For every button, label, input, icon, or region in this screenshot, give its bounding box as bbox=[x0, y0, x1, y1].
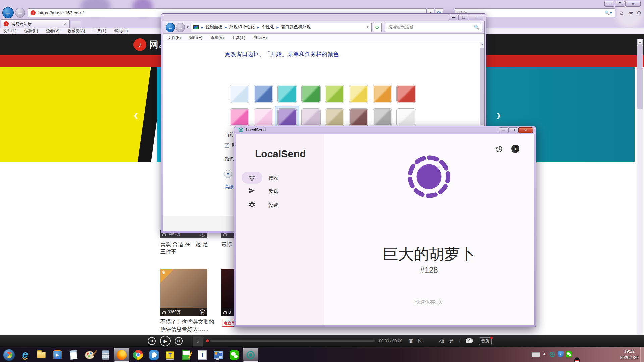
url-text[interactable]: https://music.163.com/ bbox=[38, 10, 84, 15]
taskbar-calculator-icon[interactable] bbox=[98, 348, 113, 362]
menu-tools[interactable]: 工具(T) bbox=[232, 35, 245, 41]
card1-title[interactable]: 喜欢 合适 在一起 是三件事 bbox=[160, 241, 210, 255]
transparency-checkbox[interactable]: ✓ bbox=[225, 143, 229, 148]
breadcrumb-window-color[interactable]: 窗口颜色和外观 bbox=[281, 24, 311, 30]
progress-handle[interactable] bbox=[205, 339, 210, 343]
maximize-button[interactable]: ❐ bbox=[508, 127, 518, 133]
minimize-button[interactable]: — bbox=[449, 15, 459, 20]
back-button[interactable]: ← bbox=[166, 23, 175, 32]
play-button[interactable]: ▶ bbox=[160, 336, 171, 346]
color-swatch-15[interactable] bbox=[396, 108, 416, 126]
close-button[interactable]: ✕ bbox=[469, 15, 483, 20]
tray-hidden-icons-arrow[interactable]: ▲ bbox=[543, 352, 546, 355]
card2-cover[interactable]: ♛ 3369万 ▶ bbox=[160, 269, 207, 316]
menu-edit[interactable]: 编辑(E) bbox=[24, 28, 38, 34]
forward-button[interactable]: → bbox=[176, 23, 185, 32]
taskbar-explorer-icon[interactable] bbox=[34, 348, 49, 362]
menu-tools[interactable]: 工具(T) bbox=[93, 28, 106, 34]
menu-help[interactable]: 帮助(H) bbox=[114, 28, 128, 34]
carousel-prev-icon[interactable]: ‹ bbox=[133, 107, 138, 123]
breadcrumb[interactable]: ▶ 控制面板 ▶ 外观和个性化 ▶ 个性化 ▶ 窗口颜色和外观 ▼ bbox=[191, 23, 372, 32]
color-swatch-7[interactable] bbox=[396, 85, 416, 103]
add-folder-icon[interactable]: ▣ bbox=[409, 338, 413, 344]
playlist-icon[interactable]: ≡ bbox=[459, 338, 462, 344]
carousel-next-icon[interactable]: › bbox=[496, 107, 501, 123]
color-swatch-3[interactable] bbox=[301, 85, 321, 103]
maximize-button[interactable]: ❐ bbox=[459, 15, 468, 20]
taskbar-chrome-icon[interactable] bbox=[130, 348, 146, 362]
taskbar-notepad-icon[interactable] bbox=[66, 348, 81, 362]
breadcrumb-dropdown-icon[interactable]: ▼ bbox=[366, 26, 369, 29]
breadcrumb-personalization[interactable]: 个性化 bbox=[262, 24, 274, 30]
color-swatch-10-selected[interactable] bbox=[277, 108, 297, 126]
menu-file[interactable]: 文件(F) bbox=[3, 28, 16, 34]
taskbar-firefox-icon[interactable] bbox=[114, 348, 129, 362]
nav-settings-label[interactable]: 设置 bbox=[268, 202, 278, 209]
search-icon[interactable]: 🔍▾ bbox=[604, 10, 612, 15]
menu-view[interactable]: 查看(V) bbox=[210, 35, 224, 41]
color-swatch-8[interactable] bbox=[230, 108, 249, 126]
show-desktop-button[interactable] bbox=[640, 347, 644, 362]
color-swatch-12[interactable] bbox=[325, 108, 344, 126]
scrollbar-up-arrow[interactable]: ▲ bbox=[480, 42, 484, 47]
playlist-count-badge[interactable]: 0 bbox=[466, 338, 473, 343]
send-icon[interactable] bbox=[248, 187, 256, 194]
progress-track[interactable] bbox=[210, 340, 375, 342]
color-swatch-13[interactable] bbox=[349, 108, 368, 126]
start-button[interactable] bbox=[1, 348, 17, 362]
tray-localsend-icon[interactable] bbox=[549, 351, 555, 357]
prev-track-button[interactable]: ⏴⏴ bbox=[148, 337, 156, 345]
nav-receive-label[interactable]: 接收 bbox=[268, 175, 278, 181]
quality-button[interactable]: 音质 bbox=[479, 337, 492, 345]
maximize-button[interactable]: ❐ bbox=[615, 1, 625, 7]
album-thumbnail[interactable]: ♪ bbox=[193, 336, 203, 346]
share-icon[interactable]: ⇱ bbox=[418, 338, 422, 344]
back-button[interactable]: ← bbox=[2, 7, 14, 18]
menu-help[interactable]: 帮助(H) bbox=[253, 35, 267, 41]
history-icon[interactable] bbox=[495, 145, 503, 153]
next-track-button[interactable]: ⏵⏵ bbox=[175, 337, 183, 345]
tray-wechat-icon[interactable] bbox=[566, 351, 572, 357]
color-swatch-11[interactable] bbox=[301, 108, 321, 126]
scrollbar-thumb[interactable] bbox=[637, 45, 643, 109]
minimize-button[interactable]: — bbox=[499, 127, 508, 133]
new-tab-button[interactable] bbox=[71, 21, 81, 28]
tray-qq-icon[interactable] bbox=[574, 357, 580, 362]
search-icon[interactable]: 🔍 bbox=[474, 25, 479, 30]
tray-security-shield-icon[interactable]: ✓ bbox=[558, 351, 564, 357]
tray-keyboard-icon[interactable] bbox=[532, 352, 540, 357]
color-swatch-14[interactable] bbox=[373, 108, 392, 126]
banner-left[interactable] bbox=[0, 67, 150, 162]
breadcrumb-control-panel[interactable]: 控制面板 bbox=[206, 24, 222, 30]
menu-view[interactable]: 查看(V) bbox=[46, 28, 59, 34]
breadcrumb-appearance[interactable]: 外观和个性化 bbox=[229, 24, 255, 30]
nav-receive-active-pill[interactable] bbox=[241, 172, 262, 184]
nav-send-label[interactable]: 发送 bbox=[268, 188, 278, 195]
taskbar-editor-icon[interactable] bbox=[178, 348, 194, 362]
page-scrollbar[interactable]: ▲ bbox=[637, 39, 643, 335]
search-placeholder[interactable]: 搜索控制面板 bbox=[388, 24, 413, 30]
tab-title[interactable]: 网易云音乐 bbox=[11, 21, 61, 27]
volume-icon[interactable]: ◁) bbox=[439, 338, 444, 344]
home-icon[interactable]: ⌂ bbox=[620, 10, 623, 16]
taskbar-control-panel-icon[interactable] bbox=[211, 348, 226, 362]
taskbar-tim-icon[interactable]: T bbox=[195, 348, 210, 362]
minimize-button[interactable]: — bbox=[604, 1, 614, 7]
menu-favorites[interactable]: 收藏夹(A) bbox=[67, 28, 85, 34]
color-swatch-9[interactable] bbox=[254, 108, 273, 126]
tray-clock[interactable]: 19:22 2026/1/20 bbox=[620, 348, 639, 361]
refresh-button[interactable]: ⟳ bbox=[373, 23, 382, 32]
cp-search-box[interactable]: 搜索控制面板 🔍 bbox=[385, 23, 482, 32]
scrollbar-up-arrow[interactable]: ▲ bbox=[637, 39, 643, 45]
gear-icon[interactable] bbox=[248, 201, 256, 208]
tab-close-icon[interactable]: ✕ bbox=[64, 22, 67, 26]
menu-edit[interactable]: 编辑(E) bbox=[189, 35, 202, 41]
settings-gear-icon[interactable]: ⚙ bbox=[637, 10, 641, 16]
tab-netease[interactable]: ♪ 网易云音乐 ✕ bbox=[1, 19, 70, 28]
taskbar-localsend-icon[interactable] bbox=[243, 348, 258, 362]
color-swatch-0[interactable] bbox=[230, 85, 249, 103]
close-button[interactable]: ✕ bbox=[625, 1, 641, 7]
color-swatch-2[interactable] bbox=[277, 85, 297, 103]
info-icon[interactable]: i bbox=[511, 145, 519, 153]
card2-caption[interactable]: 不得了！这些英文歌的热评信息量好大…… bbox=[160, 318, 214, 333]
